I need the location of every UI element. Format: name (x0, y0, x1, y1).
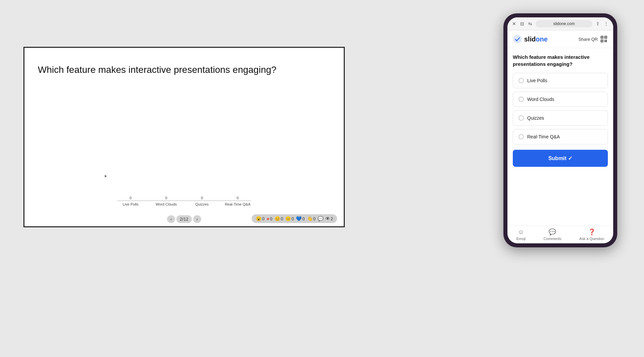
phone-bottom-bar: ☺ Emoji 💬 Comments ❓ Ask a Question (507, 225, 613, 243)
chart-label-2: Quizzes (188, 202, 215, 206)
poll-question: Which feature makes interactive presenta… (513, 53, 608, 68)
slide-container: Which feature makes interactive presenta… (23, 47, 345, 227)
chart-value-1: 0 (153, 196, 180, 200)
poll-option-1[interactable]: Word Clouds (513, 92, 608, 107)
heart-count: 0 (302, 216, 305, 221)
cursor (105, 175, 107, 177)
wow-icon: 😮 (256, 216, 261, 221)
reaction-wave[interactable]: 👋 0 (307, 216, 316, 221)
share-qr-button[interactable]: Share QR (578, 35, 608, 43)
reaction-red[interactable]: ● 0 (266, 216, 272, 221)
poll-option-0[interactable]: Live Polls (513, 73, 608, 88)
svg-rect-8 (606, 40, 607, 41)
logo-text: slidone (524, 35, 548, 43)
reaction-neutral[interactable]: 😐 0 (285, 216, 294, 221)
wave-icon: 👋 (307, 216, 313, 221)
red-count: 0 (270, 216, 272, 221)
reaction-viewers: 👁 2 (325, 216, 333, 221)
phone-app-header: slidone Share QR (507, 30, 613, 48)
chart-value-0: 0 (117, 196, 144, 200)
chart-value-3: 0 (224, 196, 251, 200)
svg-rect-6 (601, 40, 602, 41)
chart-label-1: Word Clouds (153, 202, 180, 206)
next-slide-button[interactable]: › (193, 215, 201, 223)
svg-rect-7 (605, 40, 606, 41)
poll-option-label-1: Word Clouds (527, 97, 554, 102)
comments-label: Comments (544, 237, 561, 241)
emoji-tab[interactable]: ☺ Emoji (516, 229, 526, 241)
viewers-count: 2 (331, 216, 333, 221)
eye-icon: 👁 (325, 216, 330, 221)
red-icon: ● (266, 216, 269, 221)
chart-label-0: Live Polls (117, 202, 144, 206)
slidone-logo-icon (513, 34, 522, 44)
reaction-bar: 😮 0 ● 0 😊 0 😐 0 💙 0 (252, 214, 337, 223)
chart-labels: Live Polls Word Clouds Quizzes Real-Time… (117, 202, 251, 206)
submit-button[interactable]: Submit ✓ (513, 150, 608, 167)
chart-baseline (117, 201, 251, 201)
smile-count: 0 (281, 216, 283, 221)
slide-page-indicator: 2/12 (176, 215, 191, 223)
emoji-label: Emoji (516, 237, 526, 241)
phone-app: slidone Share QR (507, 30, 613, 243)
poll-option-label-2: Quizzes (527, 115, 544, 121)
logo-area: slidone (513, 34, 548, 44)
ask-question-label: Ask a Question (579, 237, 605, 241)
poll-option-radio-3 (518, 134, 524, 139)
browser-close-button[interactable]: ✕ (511, 21, 517, 26)
reaction-wow[interactable]: 😮 0 (256, 216, 264, 221)
poll-option-label-0: Live Polls (527, 78, 547, 83)
reaction-chat[interactable]: 💬 (318, 216, 323, 221)
svg-point-0 (513, 35, 522, 43)
svg-rect-2 (601, 37, 602, 38)
poll-option-label-3: Real-Time Q&A (527, 134, 560, 139)
smile-icon: 😊 (274, 216, 280, 221)
chart-area: 0 0 0 0 Live Polls Word Clouds Quizzes R… (117, 196, 251, 206)
browser-more-button[interactable]: ⋮ (603, 21, 609, 26)
chart-label-3: Real-Time Q&A (224, 202, 251, 206)
poll-option-3[interactable]: Real-Time Q&A (513, 129, 608, 144)
phone-mockup: ✕ ⊟ ⇆ slidone.com ⇪ ⋮ (503, 13, 617, 247)
browser-share-button[interactable]: ⇪ (595, 21, 600, 26)
qr-code-icon (600, 35, 608, 43)
poll-option-radio-2 (518, 115, 524, 121)
svg-rect-4 (605, 37, 606, 38)
phone-body: Which feature makes interactive presenta… (507, 48, 613, 225)
prev-slide-button[interactable]: ‹ (167, 215, 175, 223)
scene: Which feature makes interactive presenta… (0, 0, 644, 357)
emoji-icon: ☺ (518, 229, 524, 236)
poll-option-radio-0 (518, 78, 524, 83)
wow-count: 0 (262, 216, 264, 221)
browser-nav-button[interactable]: ⇆ (528, 21, 533, 26)
svg-rect-9 (605, 41, 606, 42)
chat-icon: 💬 (318, 216, 323, 221)
neutral-icon: 😐 (285, 216, 291, 221)
browser-tab-button[interactable]: ⊟ (519, 21, 525, 26)
slide-navigation: ‹ 2/12 › (167, 215, 201, 223)
reaction-heart[interactable]: 💙 0 (296, 216, 305, 221)
question-icon: ❓ (588, 228, 595, 236)
phone-browser-bar: ✕ ⊟ ⇆ slidone.com ⇪ ⋮ (507, 17, 613, 30)
svg-rect-10 (606, 41, 607, 42)
slide-content: Which feature makes interactive presenta… (24, 48, 344, 226)
browser-url-bar[interactable]: slidone.com (536, 20, 592, 27)
reaction-smile[interactable]: 😊 0 (274, 216, 283, 221)
chart-value-2: 0 (188, 196, 215, 200)
comments-tab[interactable]: 💬 Comments (544, 228, 561, 241)
poll-option-radio-1 (518, 97, 524, 102)
ask-question-tab[interactable]: ❓ Ask a Question (579, 228, 605, 241)
comments-icon: 💬 (549, 228, 556, 236)
phone-screen: ✕ ⊟ ⇆ slidone.com ⇪ ⋮ (507, 17, 613, 243)
poll-option-2[interactable]: Quizzes (513, 110, 608, 126)
share-qr-label: Share QR (578, 37, 598, 42)
wave-count: 0 (313, 216, 316, 221)
slide-title: Which feature makes interactive presenta… (38, 65, 330, 75)
heart-icon: 💙 (296, 216, 302, 221)
neutral-count: 0 (292, 216, 294, 221)
